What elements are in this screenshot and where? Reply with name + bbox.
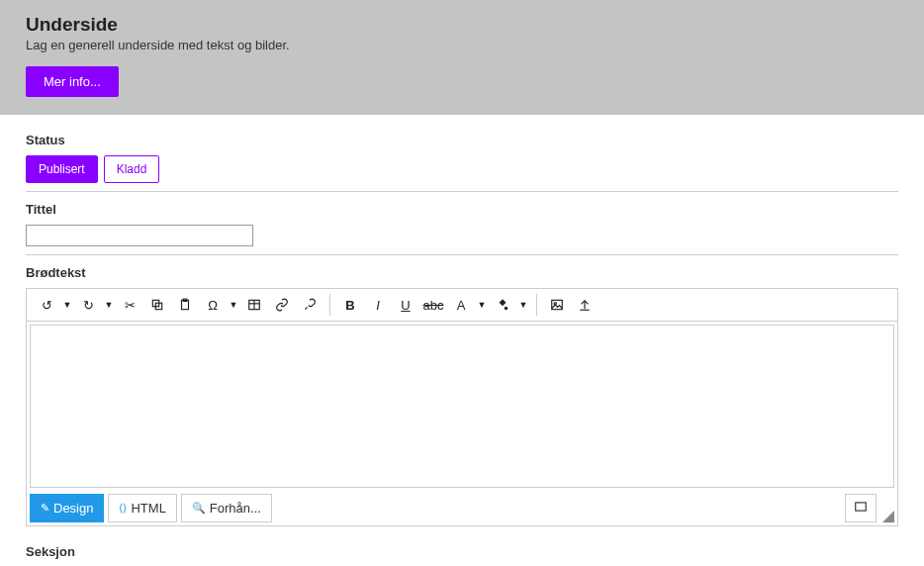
underline-icon[interactable]: U xyxy=(394,294,417,316)
paste-icon[interactable] xyxy=(173,294,197,316)
svg-rect-9 xyxy=(552,300,563,309)
font-color-icon[interactable]: A xyxy=(449,294,473,316)
tab-html[interactable]: ⟨⟩ HTML xyxy=(108,494,176,522)
bg-color-dropdown-icon[interactable]: ▼ xyxy=(518,294,528,316)
body-label: Brødtekst xyxy=(26,265,898,280)
section-label: Seksjon xyxy=(26,544,898,559)
redo-icon[interactable]: ↻ xyxy=(76,294,100,316)
link-icon[interactable] xyxy=(270,294,294,316)
status-published-button[interactable]: Publisert xyxy=(26,155,98,183)
cut-icon[interactable]: ✂ xyxy=(118,294,141,316)
title-label: Tittel xyxy=(26,202,898,217)
rich-text-editor: ↺ ▼ ↻ ▼ ✂ Ω ▼ xyxy=(26,288,898,526)
status-field: Status Publisert Kladd xyxy=(26,133,898,192)
tab-preview[interactable]: 🔍 Forhån... xyxy=(181,494,272,522)
title-field-group: Tittel xyxy=(26,202,898,255)
italic-icon[interactable]: I xyxy=(366,294,390,316)
page-title: Underside xyxy=(26,14,898,36)
code-icon: ⟨⟩ xyxy=(119,502,127,515)
status-label: Status xyxy=(26,133,898,147)
tab-design[interactable]: ✎ Design xyxy=(30,494,104,522)
svg-rect-13 xyxy=(856,503,867,511)
editor-content-area[interactable] xyxy=(30,325,894,488)
svg-line-7 xyxy=(305,307,307,309)
bold-icon[interactable]: B xyxy=(338,294,362,316)
font-color-dropdown-icon[interactable]: ▼ xyxy=(477,294,487,316)
tab-design-label: Design xyxy=(53,501,93,516)
undo-icon[interactable]: ↺ xyxy=(35,294,58,316)
redo-dropdown-icon[interactable]: ▼ xyxy=(104,294,114,316)
table-icon[interactable] xyxy=(242,294,266,316)
status-draft-button[interactable]: Kladd xyxy=(104,155,160,183)
fullscreen-button[interactable] xyxy=(845,494,877,522)
more-info-button[interactable]: Mer info... xyxy=(26,66,119,97)
omega-dropdown-icon[interactable]: ▼ xyxy=(229,294,238,316)
upload-icon[interactable] xyxy=(573,294,597,316)
header-banner: Underside Lag en generell underside med … xyxy=(0,0,924,115)
editor-toolbar: ↺ ▼ ↻ ▼ ✂ Ω ▼ xyxy=(27,289,897,322)
magnifier-icon: 🔍 xyxy=(192,502,206,515)
pencil-icon: ✎ xyxy=(41,502,49,515)
resize-handle-icon[interactable] xyxy=(882,511,894,522)
image-icon[interactable] xyxy=(545,294,569,316)
bg-color-icon[interactable] xyxy=(491,294,514,316)
unlink-icon[interactable] xyxy=(298,294,322,316)
tab-html-label: HTML xyxy=(131,501,165,516)
title-input[interactable] xyxy=(26,225,253,246)
copy-icon[interactable] xyxy=(145,294,169,316)
svg-point-8 xyxy=(505,307,508,311)
page-subtitle: Lag en generell underside med tekst og b… xyxy=(26,38,898,52)
undo-dropdown-icon[interactable]: ▼ xyxy=(62,294,72,316)
strikethrough-icon[interactable]: abc xyxy=(421,294,445,316)
body-field-group: Brødtekst ↺ ▼ ↻ ▼ ✂ Ω ▼ xyxy=(26,265,898,534)
tab-preview-label: Forhån... xyxy=(210,501,261,516)
section-field-group: Seksjon TEST xyxy=(26,544,898,566)
omega-icon[interactable]: Ω xyxy=(201,294,225,316)
